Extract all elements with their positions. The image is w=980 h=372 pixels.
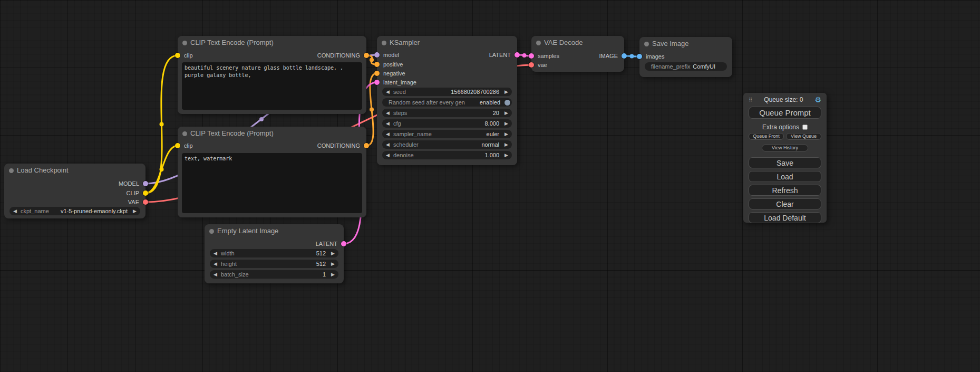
output-pin-image[interactable] [622,53,627,59]
input-pin-clip[interactable] [175,53,180,58]
queue-front-button[interactable]: Queue Front [749,133,784,140]
prev-value-arrow-icon[interactable]: ◀ [13,207,17,215]
node-clip-text-encode-negative[interactable]: CLIP Text Encode (Prompt) clip CONDITION… [178,127,366,217]
ckpt-name-widget[interactable]: ◀ ckpt_name v1-5-pruned-emaonly.ckpt ▶ [9,207,140,215]
load-button[interactable]: Load [749,171,821,182]
increment-arrow-icon[interactable]: ▶ [331,270,335,279]
input-pin-clip[interactable] [175,143,180,148]
output-pin-conditioning[interactable] [364,143,369,148]
widget-value: 156680208700286 [451,88,499,96]
collapse-dot-icon[interactable] [536,41,541,45]
next-value-arrow-icon[interactable]: ▶ [133,207,137,215]
save-button[interactable]: Save [749,157,821,168]
queue-prompt-button[interactable]: Queue Prompt [749,107,821,119]
next-value-arrow-icon[interactable]: ▶ [504,130,508,138]
collapse-dot-icon[interactable] [209,229,214,234]
output-label: MODEL [119,179,139,188]
node-header[interactable]: CLIP Text Encode (Prompt) [178,36,366,50]
random-seed-toggle-widget[interactable]: Random seed after every gen enabled [382,98,512,107]
view-history-button[interactable]: View History [762,145,808,151]
input-pin-samples[interactable] [529,53,534,59]
collapse-dot-icon[interactable] [382,41,386,45]
node-vae-decode[interactable]: VAE Decode samples IMAGE vae [531,36,624,72]
input-label: samples [538,52,559,60]
input-pin-positive[interactable] [374,62,380,67]
output-pin-clip[interactable] [143,190,148,196]
decrement-arrow-icon[interactable]: ◀ [386,109,390,117]
input-pin-vae[interactable] [529,62,534,68]
increment-arrow-icon[interactable]: ▶ [331,260,335,268]
widget-value: 20 [493,109,499,117]
node-empty-latent-image[interactable]: Empty Latent Image LATENT ◀ width 512 ▶ … [205,224,344,283]
queue-buttons-row: Queue Front View Queue [749,133,821,140]
sampler-name-widget[interactable]: ◀ sampler_name euler ▶ [382,130,512,138]
output-label: CONDITIONING [317,141,360,150]
decrement-arrow-icon[interactable]: ◀ [214,260,217,268]
prev-value-arrow-icon[interactable]: ◀ [386,140,390,149]
decrement-arrow-icon[interactable]: ◀ [386,119,390,128]
refresh-button[interactable]: Refresh [749,185,821,196]
collapse-dot-icon[interactable] [182,41,187,45]
settings-gear-icon[interactable]: ⚙ [814,96,821,103]
toggle-dot-icon[interactable] [504,100,510,106]
output-slot-clip: CLIP [4,189,145,197]
increment-arrow-icon[interactable]: ▶ [331,249,335,257]
widget-name: ckpt_name [21,207,49,215]
width-widget[interactable]: ◀ width 512 ▶ [210,249,338,257]
prev-value-arrow-icon[interactable]: ◀ [386,130,390,138]
cfg-widget[interactable]: ◀ cfg 8.000 ▶ [382,119,512,128]
input-pin-images[interactable] [637,54,642,59]
denoise-widget[interactable]: ◀ denoise 1.000 ▶ [382,151,512,159]
decrement-arrow-icon[interactable]: ◀ [386,88,390,96]
input-pin-negative[interactable] [374,71,380,76]
output-pin-vae[interactable] [143,199,148,205]
batch-size-widget[interactable]: ◀ batch_size 1 ▶ [210,270,338,279]
collapse-dot-icon[interactable] [644,42,649,46]
clear-button[interactable]: Clear [749,198,821,209]
widget-value: enabled [480,98,500,107]
input-pin-model[interactable] [374,52,380,58]
node-ksampler[interactable]: KSampler model LATENT positive negative … [377,36,517,165]
node-title: Empty Latent Image [217,227,278,235]
next-value-arrow-icon[interactable]: ▶ [504,140,508,149]
output-pin-latent[interactable] [515,52,520,58]
node-graph-canvas[interactable]: Load Checkpoint MODEL CLIP VAE ◀ ckpt_na… [0,0,980,372]
increment-arrow-icon[interactable]: ▶ [504,88,508,96]
height-widget[interactable]: ◀ height 512 ▶ [210,260,338,268]
filename-prefix-widget[interactable]: filename_prefix ComfyUI [645,62,727,71]
collapse-dot-icon[interactable] [182,131,187,136]
output-pin-latent[interactable] [341,241,346,246]
widget-value: ComfyUI [693,62,715,71]
node-header[interactable]: Load Checkpoint [4,164,145,177]
decrement-arrow-icon[interactable]: ◀ [214,249,217,257]
view-queue-button[interactable]: View Queue [786,133,821,140]
input-pin-latent-image[interactable] [374,80,380,85]
scheduler-widget[interactable]: ◀ scheduler normal ▶ [382,140,512,149]
node-header[interactable]: CLIP Text Encode (Prompt) [178,127,366,140]
widget-value: 1.000 [484,151,499,159]
widget-name: seed [393,88,406,96]
node-clip-text-encode-positive[interactable]: CLIP Text Encode (Prompt) clip CONDITION… [178,36,366,114]
increment-arrow-icon[interactable]: ▶ [504,119,508,128]
output-slot-model: MODEL [4,179,145,188]
collapse-dot-icon[interactable] [9,168,14,173]
output-pin-conditioning[interactable] [364,53,369,58]
increment-arrow-icon[interactable]: ▶ [504,151,508,159]
increment-arrow-icon[interactable]: ▶ [504,109,508,117]
seed-widget[interactable]: ◀ seed 156680208700286 ▶ [382,88,512,96]
node-header[interactable]: Save Image [639,37,732,51]
positive-prompt-textarea[interactable]: beautiful scenery nature glass bottle la… [182,62,362,110]
steps-widget[interactable]: ◀ steps 20 ▶ [382,109,512,117]
load-default-button[interactable]: Load Default [749,212,821,223]
drag-handle-icon[interactable]: ⠿ [749,97,752,103]
node-save-image[interactable]: Save Image images filename_prefix ComfyU… [639,37,732,77]
node-header[interactable]: VAE Decode [531,36,624,50]
decrement-arrow-icon[interactable]: ◀ [386,151,390,159]
output-pin-model[interactable] [143,181,148,186]
negative-prompt-textarea[interactable]: text, watermark [182,153,362,213]
node-load-checkpoint[interactable]: Load Checkpoint MODEL CLIP VAE ◀ ckpt_na… [4,164,145,218]
decrement-arrow-icon[interactable]: ◀ [214,270,217,279]
extra-options-checkbox[interactable] [802,125,808,130]
node-header[interactable]: KSampler [377,36,517,50]
node-header[interactable]: Empty Latent Image [205,224,344,238]
